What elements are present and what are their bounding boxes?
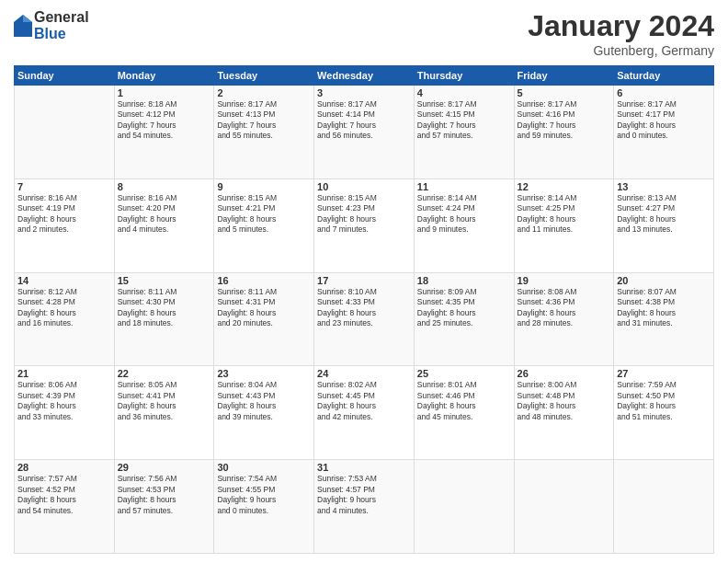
calendar-cell: 6Sunrise: 8:17 AMSunset: 4:17 PMDaylight… bbox=[614, 86, 714, 179]
calendar-cell: 10Sunrise: 8:15 AMSunset: 4:23 PMDayligh… bbox=[314, 178, 415, 272]
calendar-cell: 1Sunrise: 8:18 AMSunset: 4:12 PMDaylight… bbox=[114, 86, 214, 179]
day-info: Sunrise: 8:17 AMSunset: 4:17 PMDaylight:… bbox=[617, 99, 711, 142]
logo-icon bbox=[14, 15, 32, 37]
day-info: Sunrise: 8:11 AMSunset: 4:30 PMDaylight:… bbox=[118, 287, 211, 329]
logo-text: General Blue bbox=[34, 9, 89, 41]
month-title: January 2024 bbox=[528, 9, 714, 43]
day-info: Sunrise: 7:56 AMSunset: 4:53 PMDaylight:… bbox=[118, 474, 211, 516]
calendar-cell: 21Sunrise: 8:06 AMSunset: 4:39 PMDayligh… bbox=[15, 366, 115, 460]
calendar-cell: 28Sunrise: 7:57 AMSunset: 4:52 PMDayligh… bbox=[15, 460, 115, 554]
day-info: Sunrise: 8:14 AMSunset: 4:25 PMDaylight:… bbox=[518, 193, 611, 236]
calendar-cell: 7Sunrise: 8:16 AMSunset: 4:19 PMDaylight… bbox=[15, 178, 115, 272]
day-number: 20 bbox=[617, 275, 711, 286]
svg-marker-1 bbox=[23, 15, 32, 22]
day-number: 5 bbox=[518, 87, 611, 98]
weekday-header: Wednesday bbox=[314, 66, 415, 86]
calendar-cell bbox=[414, 460, 514, 554]
day-number: 28 bbox=[17, 462, 111, 473]
day-number: 19 bbox=[518, 275, 611, 286]
day-info: Sunrise: 7:57 AMSunset: 4:52 PMDaylight:… bbox=[17, 474, 111, 516]
day-number: 27 bbox=[617, 368, 711, 379]
calendar-week-row: 28Sunrise: 7:57 AMSunset: 4:52 PMDayligh… bbox=[15, 460, 714, 554]
day-number: 1 bbox=[118, 87, 211, 98]
day-number: 15 bbox=[118, 275, 211, 286]
day-number: 31 bbox=[317, 462, 411, 473]
day-info: Sunrise: 8:05 AMSunset: 4:41 PMDaylight:… bbox=[118, 380, 211, 422]
location: Gutenberg, Germany bbox=[528, 43, 714, 58]
calendar-header-row: SundayMondayTuesdayWednesdayThursdayFrid… bbox=[15, 66, 714, 86]
day-info: Sunrise: 8:10 AMSunset: 4:33 PMDaylight:… bbox=[317, 287, 411, 329]
day-info: Sunrise: 8:11 AMSunset: 4:31 PMDaylight:… bbox=[217, 287, 311, 329]
calendar-cell: 5Sunrise: 8:17 AMSunset: 4:16 PMDaylight… bbox=[514, 86, 614, 179]
day-info: Sunrise: 8:00 AMSunset: 4:48 PMDaylight:… bbox=[518, 380, 611, 422]
day-number: 14 bbox=[17, 275, 111, 286]
calendar-cell: 11Sunrise: 8:14 AMSunset: 4:24 PMDayligh… bbox=[414, 178, 514, 272]
day-info: Sunrise: 8:18 AMSunset: 4:12 PMDaylight:… bbox=[118, 99, 211, 142]
day-info: Sunrise: 8:15 AMSunset: 4:21 PMDaylight:… bbox=[217, 193, 311, 236]
day-info: Sunrise: 8:17 AMSunset: 4:16 PMDaylight:… bbox=[518, 99, 611, 142]
day-info: Sunrise: 8:16 AMSunset: 4:19 PMDaylight:… bbox=[17, 193, 111, 236]
calendar-cell: 16Sunrise: 8:11 AMSunset: 4:31 PMDayligh… bbox=[214, 272, 314, 366]
day-info: Sunrise: 8:06 AMSunset: 4:39 PMDaylight:… bbox=[17, 380, 111, 422]
day-info: Sunrise: 8:17 AMSunset: 4:15 PMDaylight:… bbox=[417, 99, 511, 142]
day-number: 4 bbox=[417, 87, 511, 98]
day-number: 21 bbox=[17, 368, 111, 379]
calendar-table: SundayMondayTuesdayWednesdayThursdayFrid… bbox=[14, 65, 714, 554]
day-info: Sunrise: 7:53 AMSunset: 4:57 PMDaylight:… bbox=[317, 474, 411, 516]
day-info: Sunrise: 8:13 AMSunset: 4:27 PMDaylight:… bbox=[617, 193, 711, 236]
weekday-header: Tuesday bbox=[214, 66, 314, 86]
calendar-cell: 2Sunrise: 8:17 AMSunset: 4:13 PMDaylight… bbox=[214, 86, 314, 179]
day-number: 2 bbox=[217, 87, 311, 98]
calendar-cell: 4Sunrise: 8:17 AMSunset: 4:15 PMDaylight… bbox=[414, 86, 514, 179]
calendar-cell: 29Sunrise: 7:56 AMSunset: 4:53 PMDayligh… bbox=[114, 460, 214, 554]
day-number: 10 bbox=[317, 181, 411, 192]
day-info: Sunrise: 8:17 AMSunset: 4:13 PMDaylight:… bbox=[217, 99, 311, 142]
day-info: Sunrise: 8:01 AMSunset: 4:46 PMDaylight:… bbox=[417, 380, 511, 422]
calendar-cell: 31Sunrise: 7:53 AMSunset: 4:57 PMDayligh… bbox=[314, 460, 415, 554]
weekday-header: Thursday bbox=[414, 66, 514, 86]
title-block: January 2024 Gutenberg, Germany bbox=[528, 9, 714, 58]
logo-blue: Blue bbox=[34, 26, 89, 42]
day-number: 7 bbox=[17, 181, 111, 192]
calendar-cell bbox=[514, 460, 614, 554]
calendar-cell: 14Sunrise: 8:12 AMSunset: 4:28 PMDayligh… bbox=[15, 272, 115, 366]
day-number: 8 bbox=[118, 181, 211, 192]
header: General Blue January 2024 Gutenberg, Ger… bbox=[14, 9, 714, 58]
calendar-cell: 13Sunrise: 8:13 AMSunset: 4:27 PMDayligh… bbox=[614, 178, 714, 272]
calendar-week-row: 1Sunrise: 8:18 AMSunset: 4:12 PMDaylight… bbox=[15, 86, 714, 179]
calendar-cell: 9Sunrise: 8:15 AMSunset: 4:21 PMDaylight… bbox=[214, 178, 314, 272]
day-info: Sunrise: 8:12 AMSunset: 4:28 PMDaylight:… bbox=[17, 287, 111, 329]
calendar-cell: 17Sunrise: 8:10 AMSunset: 4:33 PMDayligh… bbox=[314, 272, 415, 366]
day-number: 24 bbox=[317, 368, 411, 379]
day-info: Sunrise: 8:16 AMSunset: 4:20 PMDaylight:… bbox=[118, 193, 211, 236]
logo: General Blue bbox=[14, 9, 89, 41]
day-number: 30 bbox=[217, 462, 311, 473]
calendar-cell: 8Sunrise: 8:16 AMSunset: 4:20 PMDaylight… bbox=[114, 178, 214, 272]
day-number: 22 bbox=[118, 368, 211, 379]
calendar-week-row: 14Sunrise: 8:12 AMSunset: 4:28 PMDayligh… bbox=[15, 272, 714, 366]
calendar-cell: 12Sunrise: 8:14 AMSunset: 4:25 PMDayligh… bbox=[514, 178, 614, 272]
calendar-week-row: 7Sunrise: 8:16 AMSunset: 4:19 PMDaylight… bbox=[15, 178, 714, 272]
calendar-cell: 19Sunrise: 8:08 AMSunset: 4:36 PMDayligh… bbox=[514, 272, 614, 366]
calendar-cell: 24Sunrise: 8:02 AMSunset: 4:45 PMDayligh… bbox=[314, 366, 415, 460]
day-number: 11 bbox=[417, 181, 511, 192]
logo-general: General bbox=[34, 9, 89, 26]
page: General Blue January 2024 Gutenberg, Ger… bbox=[0, 0, 728, 563]
calendar-cell: 15Sunrise: 8:11 AMSunset: 4:30 PMDayligh… bbox=[114, 272, 214, 366]
day-info: Sunrise: 8:09 AMSunset: 4:35 PMDaylight:… bbox=[417, 287, 511, 329]
day-info: Sunrise: 8:07 AMSunset: 4:38 PMDaylight:… bbox=[617, 287, 711, 329]
day-info: Sunrise: 8:08 AMSunset: 4:36 PMDaylight:… bbox=[518, 287, 611, 329]
day-info: Sunrise: 8:02 AMSunset: 4:45 PMDaylight:… bbox=[317, 380, 411, 422]
day-info: Sunrise: 8:14 AMSunset: 4:24 PMDaylight:… bbox=[417, 193, 511, 236]
day-number: 17 bbox=[317, 275, 411, 286]
calendar-cell: 30Sunrise: 7:54 AMSunset: 4:55 PMDayligh… bbox=[214, 460, 314, 554]
calendar-cell: 27Sunrise: 7:59 AMSunset: 4:50 PMDayligh… bbox=[614, 366, 714, 460]
day-info: Sunrise: 7:54 AMSunset: 4:55 PMDaylight:… bbox=[217, 474, 311, 516]
day-info: Sunrise: 8:17 AMSunset: 4:14 PMDaylight:… bbox=[317, 99, 411, 142]
calendar-cell: 25Sunrise: 8:01 AMSunset: 4:46 PMDayligh… bbox=[414, 366, 514, 460]
day-number: 29 bbox=[118, 462, 211, 473]
day-number: 6 bbox=[617, 87, 711, 98]
day-number: 9 bbox=[217, 181, 311, 192]
day-info: Sunrise: 8:04 AMSunset: 4:43 PMDaylight:… bbox=[217, 380, 311, 422]
calendar-cell: 18Sunrise: 8:09 AMSunset: 4:35 PMDayligh… bbox=[414, 272, 514, 366]
